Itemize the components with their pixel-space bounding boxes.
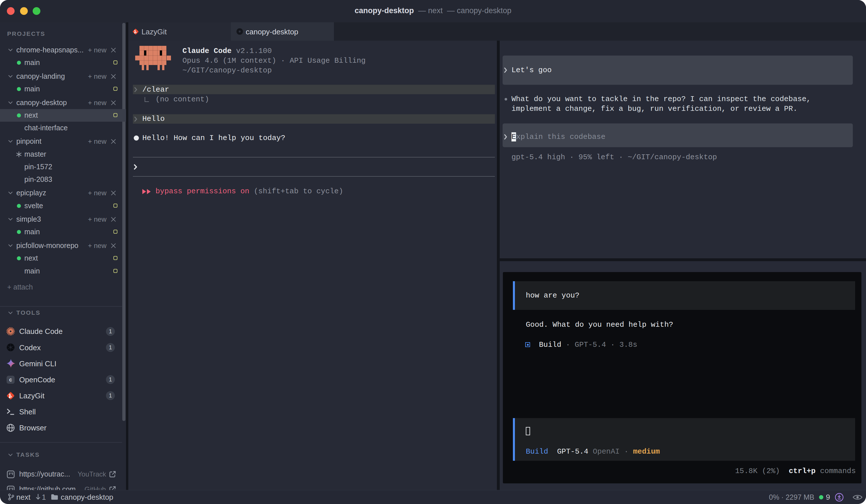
svg-text:c: c	[9, 377, 12, 383]
